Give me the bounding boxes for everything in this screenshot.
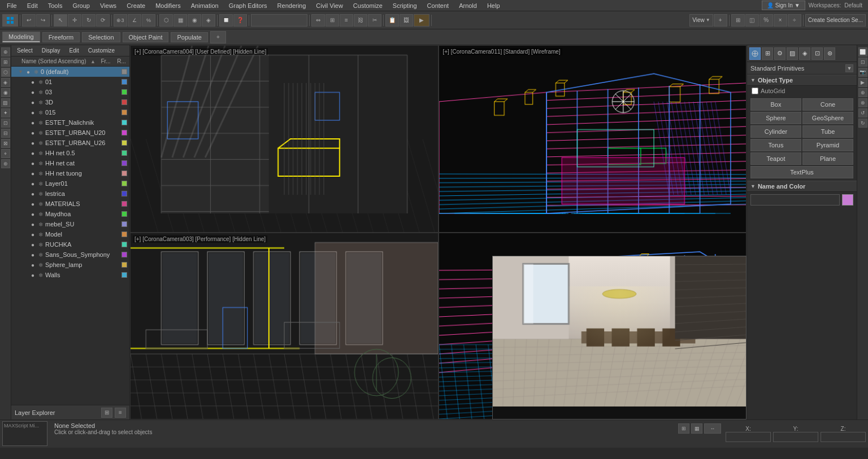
prim-pyramid[interactable]: Pyramid [802,139,853,151]
ri-btn-1[interactable]: ⬜ [858,47,867,56]
li-btn-3[interactable]: ⬡ [1,68,10,77]
create-selection-set[interactable]: Create Selection Se... [805,14,866,27]
menu-scripting[interactable]: Scripting [388,2,422,10]
layer-row[interactable]: ● ❄ Model [11,229,129,239]
layer-visibility-icon[interactable]: ● [29,272,36,278]
li-btn-9[interactable]: ⊟ [1,129,10,138]
layer-row[interactable]: ● ❄ lestrica [11,189,129,199]
rp-create-tab[interactable] [749,47,761,60]
ri-btn-2[interactable]: ⊡ [858,58,867,67]
layer-freeze-icon[interactable]: ❄ [37,171,44,177]
layer-visibility-icon[interactable]: ● [29,211,36,217]
layer-freeze-icon[interactable]: ❄ [37,252,44,258]
prim-teapot[interactable]: Teapot [750,152,801,165]
undo-button[interactable]: ↩ [22,14,36,27]
layer-freeze-icon[interactable]: ❄ [37,211,44,217]
view-btn-2[interactable]: ❓ [233,14,247,27]
layer-row[interactable]: ● ❄ 01 [11,77,129,87]
tab-freeform[interactable]: Freeform [42,32,80,42]
menu-rendering[interactable]: Rendering [273,2,311,10]
layer-freeze-icon[interactable]: ❄ [37,231,44,238]
lph-customize[interactable]: Customize [85,47,118,54]
layer-row[interactable]: ● ❄ HH net tuong [11,168,129,178]
prim-tube[interactable]: Tube [802,125,853,138]
tb-mirror[interactable]: ⇔ [311,14,325,27]
menu-create[interactable]: Create [122,2,150,10]
layer-visibility-icon[interactable]: ● [29,99,36,106]
tb-r1[interactable]: ⊞ [731,14,745,27]
prim-sphere[interactable]: Sphere [750,112,801,124]
prim-textplus[interactable]: TextPlus [750,166,853,178]
layer-row[interactable]: ● ❄ Walls [11,270,129,280]
layer-freeze-icon[interactable]: ❄ [37,221,44,228]
layer-visibility-icon[interactable]: ● [29,110,36,116]
layer-visibility-icon[interactable]: ● [29,242,36,248]
tab-populate[interactable]: Populate [171,32,207,42]
layer-visibility-icon[interactable]: ● [29,252,36,258]
layer-row[interactable]: ▼ ● ❄ 0 (default) [11,67,129,77]
tb-align[interactable]: ⊞ [326,14,339,27]
layer-visibility-icon[interactable]: ● [29,262,36,268]
ri-btn-8[interactable]: ↻ [858,119,867,128]
snap-angle[interactable]: ∠ [128,14,141,27]
menu-content[interactable]: Content [423,2,454,10]
tb-plus-2[interactable]: + [714,14,727,27]
viewport-top-right[interactable]: [+] [CoronaCamera011] [Standard] [Wirefr… [439,45,747,233]
layer-row[interactable]: ● ❄ 3D [11,97,129,107]
tb-render[interactable]: ▶ [414,14,429,27]
rp-tab-2[interactable]: ⊞ [762,47,773,60]
mini-preview-window[interactable]: VIZ 01 × [492,256,747,419]
layer-row[interactable]: ● ❄ Maydhoa [11,209,129,219]
li-btn-11[interactable]: ⌖ [1,149,10,158]
layer-row[interactable]: ● ❄ Sans_Sous_Symphony [11,250,129,260]
tb-unlink[interactable]: ✂ [368,14,381,27]
layer-row[interactable]: ● ❄ Sphere_lamp [11,260,129,270]
menu-file[interactable]: File [2,2,21,10]
layer-freeze-icon[interactable]: ❄ [37,79,44,85]
menu-animation[interactable]: Animation [186,2,223,10]
layer-visibility-icon[interactable]: ● [29,191,36,197]
ri-btn-5[interactable]: ⊕ [858,88,867,97]
li-btn-12[interactable]: ⊛ [1,159,10,168]
rp-tab-4[interactable]: ▨ [787,47,798,60]
layer-freeze-icon[interactable]: ❄ [37,99,44,106]
maxscript-area[interactable]: MAXScript Mi... [2,421,47,446]
menu-civil-view[interactable]: Civil View [311,2,347,10]
signin-button[interactable]: 👤 Sign In ▼ [762,1,805,10]
layer-visibility-icon[interactable]: ● [29,89,36,95]
li-btn-2[interactable]: ⊞ [1,58,10,67]
toolbar2-more[interactable]: + [210,31,226,43]
tb-link[interactable]: ⛓ [354,14,367,27]
tb-r5[interactable]: ÷ [788,14,801,27]
lph-display[interactable]: Display [38,47,64,54]
snap-percent[interactable]: % [142,14,155,27]
rp-tab-6[interactable]: ⊡ [811,47,823,60]
prim-torus[interactable]: Torus [750,139,801,151]
layer-freeze-icon[interactable]: ❄ [37,130,44,136]
lph-select[interactable]: Select [14,47,36,54]
li-btn-7[interactable]: ✦ [1,108,10,117]
li-btn-6[interactable]: ▨ [1,98,10,107]
layer-row[interactable]: ● ❄ ESTET_URBAN_U26 [11,138,129,148]
layer-freeze-icon[interactable]: ❄ [37,181,44,187]
rp-tab-5[interactable]: ◈ [799,47,810,60]
tb-render-frame[interactable]: 🖼 [400,14,413,27]
view-btn-1[interactable]: 🔲 [219,14,233,27]
z-input[interactable] [821,432,866,442]
app-icon[interactable] [2,14,18,27]
li-btn-1[interactable]: ⊕ [1,47,10,56]
object-type-section-header[interactable]: ▼ Object Type [747,75,857,86]
menu-help[interactable]: Help [483,2,505,10]
tb-r2[interactable]: ◫ [745,14,759,27]
layer-visibility-icon[interactable]: ● [29,231,36,238]
layer-row[interactable]: ● ❄ 015 [11,107,129,117]
layer-visibility-icon[interactable]: ● [29,181,36,187]
le-btn-1[interactable]: ⊞ [101,408,112,418]
menu-group[interactable]: Group [68,2,94,10]
select-tool[interactable]: ↖ [54,14,67,27]
li-btn-10[interactable]: ⊠ [1,139,10,148]
tb-btn-3[interactable]: ◉ [188,14,201,27]
rp-dropdown[interactable]: ▼ [845,64,853,72]
le-btn-2[interactable]: ≡ [115,408,126,418]
layer-visibility-icon[interactable]: ● [29,160,36,167]
